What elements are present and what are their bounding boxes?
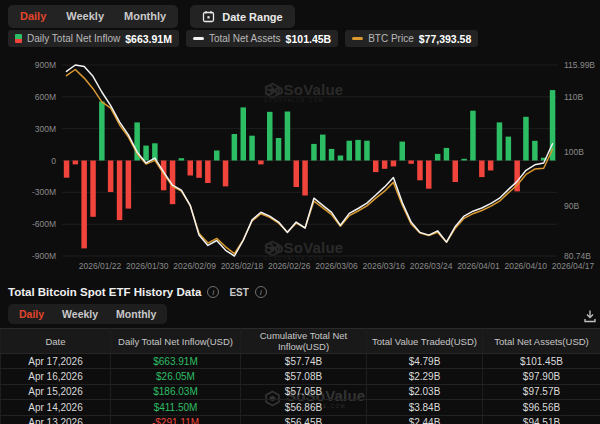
right-axis-tick: 90B: [564, 201, 579, 211]
inflow-bar[interactable]: [373, 161, 379, 173]
inflow-bar[interactable]: [417, 161, 423, 181]
inflow-bar[interactable]: [267, 112, 273, 161]
inflow-bar[interactable]: [532, 141, 538, 161]
inflow-bar[interactable]: [338, 156, 344, 161]
inflow-bar[interactable]: [108, 161, 114, 193]
inflow-bar[interactable]: [400, 142, 406, 161]
inflow-bar[interactable]: [435, 154, 441, 161]
inflow-bar[interactable]: [117, 161, 123, 221]
legend-value: $77,393.58: [419, 33, 472, 45]
chart-canvas[interactable]: 900M600M300M0-300M-600M-900M115.99B110B1…: [0, 52, 600, 274]
inflow-bar[interactable]: [523, 117, 529, 161]
info-icon[interactable]: i: [207, 286, 219, 298]
x-axis-tick: 2026/04/10: [504, 261, 547, 271]
tab-weekly[interactable]: Weekly: [53, 304, 107, 324]
info-icon[interactable]: i: [255, 286, 267, 298]
left-axis-tick: -600M: [32, 219, 56, 229]
inflow-bar[interactable]: [143, 146, 149, 161]
cell-cumulative: $56.45B: [241, 415, 367, 424]
inflow-bar[interactable]: [232, 134, 238, 161]
inflow-bar[interactable]: [258, 161, 264, 165]
table-header-row: DateDaily Total Net Inflow(USD)Cumulativ…: [1, 329, 600, 354]
cell-inflow: $663.91M: [111, 354, 241, 369]
cell-date: Apr 16,2026: [1, 369, 111, 384]
inflow-bar[interactable]: [364, 141, 370, 161]
inflow-bar[interactable]: [302, 161, 308, 196]
date-range-button[interactable]: Date Range: [190, 5, 295, 28]
x-axis-tick: 2026/02/26: [268, 261, 311, 271]
column-header: Total Value Traded(USD): [367, 329, 483, 354]
download-button[interactable]: [582, 308, 598, 324]
inflow-bar[interactable]: [205, 161, 211, 184]
legend-value: $101.45B: [286, 33, 332, 45]
tab-daily[interactable]: Daily: [10, 5, 56, 28]
inflow-bar[interactable]: [479, 161, 485, 178]
legend-label: BTC Price: [368, 33, 414, 44]
tab-weekly[interactable]: Weekly: [56, 5, 114, 28]
inflow-bar[interactable]: [179, 158, 185, 160]
x-axis-tick: 2026/02/09: [173, 261, 216, 271]
cell-assets: $97.90B: [483, 369, 600, 384]
inflow-bar[interactable]: [355, 140, 361, 161]
inflow-bar[interactable]: [347, 141, 353, 161]
legend-chip-btc-price[interactable]: BTC Price$77,393.58: [345, 30, 478, 47]
left-axis-tick: -900M: [32, 251, 56, 261]
inflow-bar[interactable]: [214, 151, 220, 161]
inflow-bar[interactable]: [90, 161, 96, 217]
tab-daily[interactable]: Daily: [10, 304, 53, 324]
tab-monthly[interactable]: Monthly: [114, 5, 176, 28]
right-axis-tick: 110B: [564, 92, 584, 102]
legend-chip-daily-total-net-inflow[interactable]: Daily Total Net Inflow$663.91M: [8, 30, 179, 47]
column-header: Daily Total Net Inflow(USD): [111, 329, 241, 354]
inflow-bar[interactable]: [99, 102, 105, 161]
legend-chip-total-net-assets[interactable]: Total Net Assets$101.45B: [186, 30, 338, 47]
inflow-bar[interactable]: [241, 107, 247, 160]
inflow-bar[interactable]: [196, 161, 202, 178]
inflow-bar[interactable]: [73, 161, 79, 165]
table-row: Apr 15,2026$186.03M$57.05B$2.03B$97.57B: [1, 384, 600, 399]
inflow-bar[interactable]: [408, 161, 414, 164]
table-row: Apr 14,2026$411.50M$56.86B$3.84B$96.56B: [1, 400, 600, 415]
bar-legend-icon: [15, 34, 22, 43]
inflow-bar[interactable]: [320, 135, 326, 161]
inflow-bar[interactable]: [64, 161, 70, 178]
inflow-bar[interactable]: [285, 112, 291, 161]
column-header: Date: [1, 329, 111, 354]
inflow-bar[interactable]: [391, 161, 397, 167]
inflow-bar[interactable]: [81, 161, 87, 249]
table-tabs: DailyWeeklyMonthly: [8, 304, 167, 324]
etf-dashboard: { "toolbar": { "tabs": ["Daily", "Weekly…: [0, 0, 600, 424]
cell-traded: $2.44B: [367, 415, 483, 424]
left-axis-tick: 0: [51, 156, 56, 166]
x-axis-tick: 2026/02/18: [221, 261, 264, 271]
inflow-bar[interactable]: [276, 138, 282, 161]
inflow-bar[interactable]: [382, 161, 388, 169]
tab-monthly[interactable]: Monthly: [107, 304, 165, 324]
history-table: DateDaily Total Net Inflow(USD)Cumulativ…: [0, 328, 600, 424]
cell-inflow: -$291.11M: [111, 415, 241, 424]
cell-assets: $101.45B: [483, 354, 600, 369]
inflow-bar[interactable]: [506, 137, 512, 161]
cell-assets: $97.57B: [483, 384, 600, 399]
right-axis-tick: 80.74B: [564, 251, 591, 261]
inflow-bar[interactable]: [470, 111, 476, 161]
line-legend-icon: [193, 37, 204, 40]
column-header: Cumulative Total Net Inflow(USD): [241, 329, 367, 354]
inflow-bar[interactable]: [497, 122, 503, 160]
inflow-bar[interactable]: [453, 161, 459, 183]
inflow-bar[interactable]: [294, 161, 300, 188]
inflow-bar[interactable]: [488, 161, 494, 171]
gridlines: 900M600M300M0-300M-600M-900M115.99B110B1…: [32, 60, 595, 271]
history-table-wrap: SoSoValueSOSOVALUE.COM DateDaily Total N…: [0, 328, 600, 424]
inflow-bar[interactable]: [188, 161, 194, 176]
cell-traded: $4.79B: [367, 354, 483, 369]
inflow-bar[interactable]: [223, 161, 229, 187]
inflow-bar[interactable]: [126, 161, 132, 209]
inflow-bar[interactable]: [311, 144, 317, 161]
inflow-bar[interactable]: [249, 136, 255, 161]
inflow-bar[interactable]: [426, 161, 432, 189]
legend-label: Total Net Assets: [209, 33, 281, 44]
inflow-bar[interactable]: [461, 159, 467, 161]
inflow-bar[interactable]: [444, 148, 450, 161]
inflow-bar[interactable]: [329, 149, 335, 161]
